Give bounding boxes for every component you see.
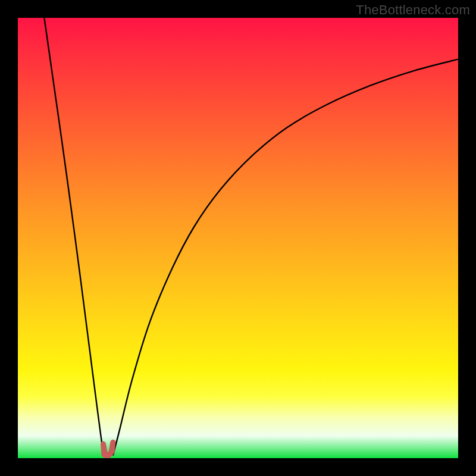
valley-highlight-shape	[104, 442, 113, 456]
left-branch-curve	[44, 18, 104, 456]
watermark-text: TheBottleneck.com	[356, 2, 470, 18]
plot-area	[18, 18, 458, 458]
right-branch-curve	[113, 60, 458, 456]
chart-frame: TheBottleneck.com	[0, 0, 476, 476]
curve-layer	[18, 18, 458, 458]
